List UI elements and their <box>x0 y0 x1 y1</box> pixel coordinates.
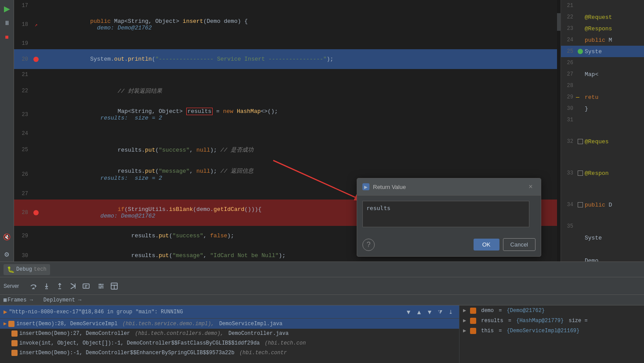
filter-button[interactable]: ⧩ <box>435 307 445 317</box>
right-code-line-29: 29 — retu <box>561 91 644 103</box>
line-number: 21 <box>563 3 576 9</box>
var-size-results: size = <box>568 318 587 324</box>
code-line-23: 23 Map<String, Object> results = new Has… <box>14 102 557 128</box>
dialog-ok-button[interactable]: OK <box>474 239 499 250</box>
line-number: 19 <box>14 40 32 47</box>
resume-button[interactable]: ▶ <box>2 4 12 14</box>
var-item-demo: ▶ demo = {Demo@21762} <box>459 305 644 316</box>
right-code-line-31: 31 <box>561 114 644 126</box>
step-into-button[interactable] <box>41 280 52 292</box>
line-number: 24 <box>563 37 576 43</box>
line-number: 25 <box>14 147 32 153</box>
evaluate-button[interactable] <box>80 280 92 292</box>
frame-item-3[interactable]: insertDemo(Demo):-1, DemoController$$Enh… <box>0 348 459 358</box>
line-content: // 封装返回结果 <box>40 80 557 102</box>
right-code-line-33: 33 @Respon <box>561 157 644 189</box>
var-type-icon <box>470 328 476 334</box>
line-number: 17 <box>14 3 32 9</box>
right-code-line-22: 22 @Request <box>561 11 644 23</box>
right-code-line-36: Syste <box>561 232 644 243</box>
scroll-down-button[interactable]: ▼ <box>425 307 434 317</box>
right-code-line-23: 23 @Respons <box>561 23 644 34</box>
right-code-line-37 <box>561 243 644 255</box>
step-out-button[interactable] <box>54 280 65 292</box>
var-type-icon <box>470 308 476 314</box>
debug-panel: Server <box>0 277 644 363</box>
editor-main: 17 18 ↗ public Map<String, Object> inser… <box>14 0 644 261</box>
frame-icon: ▦ <box>4 297 7 303</box>
line-number: 20 <box>14 56 32 62</box>
dialog-footer: ? OK Cancel <box>357 235 541 256</box>
line-content: @Reques <box>585 138 609 145</box>
line-content: public Map<String, Object> insert(Demo d… <box>40 11 557 38</box>
step-over-button[interactable] <box>28 280 39 292</box>
frame-class-1: (hbi.tech.controllers.demo), <box>132 330 224 337</box>
frame-item-0[interactable]: ▶ insert(Demo):28, DemoServiceImpl (hbi.… <box>0 319 459 329</box>
var-name-demo: demo <box>478 308 494 314</box>
filter-threads-button[interactable]: ▼ <box>404 307 413 317</box>
breakpoint-dot <box>33 57 39 62</box>
line-content: retu <box>585 94 598 101</box>
line-number: 33 <box>563 170 576 176</box>
right-editor-panel: 21 22 @Request 23 @Respons 24 p <box>561 0 644 261</box>
frame-class-3: (hbi.tech.contr <box>236 350 287 356</box>
line-content: Map<String, Object> results = new HashMa… <box>40 102 557 128</box>
expand-icon[interactable]: ▶ <box>463 327 468 334</box>
line-content: } <box>585 105 588 112</box>
line-content: Syste <box>585 235 602 241</box>
right-code-line-28: 28 <box>561 80 644 91</box>
right-code-line-32: 32 @Reques <box>561 126 644 157</box>
expand-icon[interactable]: ▶ <box>463 317 468 324</box>
dialog-icon: ▶ <box>362 183 369 190</box>
frames-button[interactable]: ▦ Frames → <box>4 297 33 303</box>
expand-icon[interactable]: ▶ <box>463 307 468 314</box>
code-line-20: 20 System.out.println("---------------- … <box>14 49 557 69</box>
var-val-results: {HashMap@21779} <box>513 318 567 324</box>
frame-item-2[interactable]: invoke(int, Object, Object[]):-1, DemoCo… <box>0 338 459 348</box>
dialog-help-button[interactable]: ? <box>362 239 375 251</box>
line-number: 23 <box>563 25 576 32</box>
dialog-close-button[interactable]: × <box>526 182 535 192</box>
line-number: 23 <box>14 112 32 118</box>
deployment-button[interactable]: Deployment → <box>43 297 81 303</box>
frame-file-1: DemoController.java <box>225 330 289 337</box>
debug-controls: Server <box>0 277 644 295</box>
run-to-cursor-button[interactable] <box>67 280 79 292</box>
var-name-this: this <box>478 328 494 334</box>
thread-controls: ▼ ▲ ▼ ⧩ ⤓ <box>404 307 456 317</box>
line-number: 28 <box>14 210 32 216</box>
debug-content: ▶ "http-nio-8080-exec-17"@18,846 in grou… <box>0 305 644 363</box>
line-gutter <box>32 210 40 215</box>
frame-class-icon <box>8 321 14 327</box>
right-code-line-25: 25 Syste <box>561 46 644 57</box>
frame-method-2: invoke(int, Object, Object[]):-1, DemoCo… <box>19 340 260 346</box>
line-gutter <box>576 49 585 54</box>
line-number: 34 <box>563 202 576 208</box>
line-content: Syste <box>585 48 602 55</box>
line-number: 25 <box>563 48 576 54</box>
line-number: 32 <box>563 138 576 145</box>
minimap <box>557 0 561 261</box>
right-code-line-27: 27 Map< <box>561 69 644 80</box>
scroll-up-button[interactable]: ▲ <box>414 307 424 317</box>
deployment-label: Deployment → <box>43 297 81 303</box>
line-gutter <box>576 126 585 157</box>
frames-label: Frames → <box>7 297 33 303</box>
return-value-dialog: ▶ Return Value × results ? OK Cancel <box>357 178 541 257</box>
right-code-line-21: 21 <box>561 0 644 11</box>
stop-button[interactable]: ■ <box>2 32 12 42</box>
settings-button[interactable]: ⚙ <box>2 249 12 260</box>
restore-layout-button[interactable] <box>109 280 120 292</box>
thread-settings-button[interactable]: ⤓ <box>446 307 456 317</box>
frame-item-1[interactable]: insertDemo(Demo):27, DemoController (hbi… <box>0 329 459 338</box>
settings-debug-button[interactable] <box>95 280 107 292</box>
dialog-cancel-button[interactable]: Cancel <box>503 238 535 251</box>
frame-class-2: (hbi.tech.con <box>261 340 306 346</box>
return-value-input[interactable]: results <box>362 201 529 227</box>
debug-icon: 🐛 <box>7 266 14 273</box>
line-number: 30 <box>563 105 576 112</box>
pause-button[interactable]: ⏸ <box>2 18 12 28</box>
mute-button[interactable]: 🔇 <box>2 232 12 242</box>
code-line-17: 17 <box>14 0 557 11</box>
debug-tab[interactable]: 🐛 Debug tech <box>4 264 50 275</box>
